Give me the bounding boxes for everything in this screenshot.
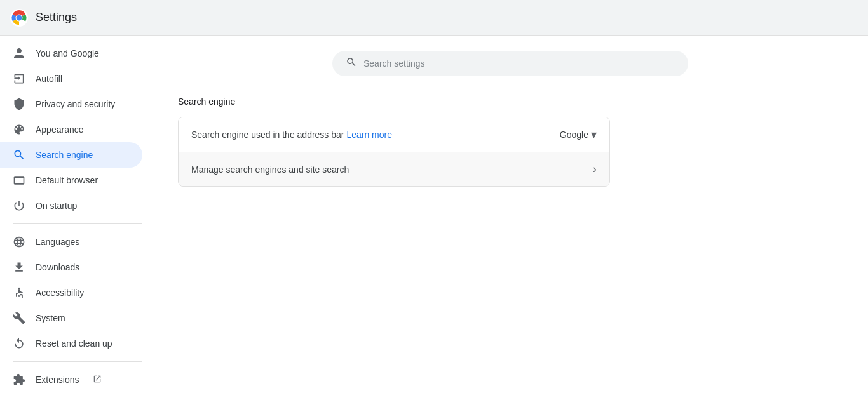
- sidebar-label-you-and-google: You and Google: [36, 48, 99, 58]
- sidebar: You and Google Autofill Privacy and secu…: [0, 36, 153, 393]
- search-engine-value: Google: [560, 130, 588, 140]
- palette-icon: [13, 123, 25, 136]
- sidebar-item-reset-and-clean[interactable]: Reset and clean up: [0, 331, 142, 356]
- chevron-right-icon: ›: [593, 163, 597, 176]
- sidebar-item-default-browser[interactable]: Default browser: [0, 168, 142, 193]
- sidebar-label-search-engine: Search engine: [36, 150, 93, 160]
- search-icon: [346, 57, 357, 70]
- page-title: Settings: [36, 11, 77, 24]
- search-engine-dropdown[interactable]: Google ▾: [560, 128, 597, 142]
- sidebar-label-reset-clean: Reset and clean up: [36, 338, 112, 349]
- sidebar-label-autofill: Autofill: [36, 74, 62, 84]
- search-nav-icon: [13, 149, 25, 161]
- search-bar-container: [178, 51, 843, 76]
- search-engine-card: Search engine used in the address bar Le…: [178, 117, 610, 187]
- sidebar-label-downloads: Downloads: [36, 262, 79, 272]
- sidebar-label-privacy: Privacy and security: [36, 99, 115, 109]
- dropdown-arrow-icon: ▾: [591, 128, 597, 142]
- manage-search-engines-row[interactable]: Manage search engines and site search ›: [179, 152, 609, 186]
- sidebar-item-system[interactable]: System: [0, 305, 142, 331]
- puzzle-icon: [13, 373, 25, 386]
- svg-point-2: [17, 15, 22, 20]
- main-layout: You and Google Autofill Privacy and secu…: [0, 36, 868, 393]
- sidebar-label-system: System: [36, 313, 65, 323]
- sidebar-label-appearance: Appearance: [36, 124, 84, 135]
- external-link-icon: [93, 375, 102, 385]
- sidebar-divider-2: [13, 361, 142, 362]
- top-bar: Settings: [0, 0, 868, 36]
- sidebar-item-languages[interactable]: Languages: [0, 229, 142, 255]
- sidebar-divider-1: [13, 223, 142, 224]
- power-icon: [13, 199, 25, 212]
- sidebar-item-accessibility[interactable]: Accessibility: [0, 280, 142, 305]
- globe-icon: [13, 236, 25, 248]
- sidebar-item-privacy-and-security[interactable]: Privacy and security: [0, 91, 142, 117]
- sidebar-label-languages: Languages: [36, 237, 79, 247]
- search-bar[interactable]: [332, 51, 688, 76]
- chrome-logo-icon: [10, 9, 28, 27]
- sidebar-item-you-and-google[interactable]: You and Google: [0, 41, 142, 66]
- search-engine-label-area: Search engine used in the address bar Le…: [191, 130, 392, 140]
- browser-icon: [13, 174, 25, 187]
- sidebar-item-search-engine[interactable]: Search engine: [0, 142, 142, 168]
- sidebar-item-on-startup[interactable]: On startup: [0, 193, 142, 218]
- sidebar-item-downloads[interactable]: Downloads: [0, 255, 142, 280]
- svg-point-3: [18, 288, 20, 290]
- sidebar-item-autofill[interactable]: Autofill: [0, 66, 142, 91]
- wrench-icon: [13, 312, 25, 324]
- search-input[interactable]: [363, 58, 675, 69]
- address-bar-label: Search engine used in the address bar: [191, 130, 344, 140]
- sidebar-item-appearance[interactable]: Appearance: [0, 117, 142, 142]
- learn-more-link[interactable]: Learn more: [346, 130, 392, 140]
- manage-search-engines-label: Manage search engines and site search: [191, 164, 349, 175]
- sidebar-label-default-browser: Default browser: [36, 175, 98, 185]
- sidebar-label-extensions: Extensions: [36, 375, 79, 385]
- shield-icon: [13, 98, 25, 110]
- sidebar-label-accessibility: Accessibility: [36, 288, 84, 298]
- autofill-icon: [13, 72, 25, 85]
- reset-icon: [13, 337, 25, 350]
- search-engine-row: Search engine used in the address bar Le…: [179, 117, 609, 152]
- sidebar-label-on-startup: On startup: [36, 201, 77, 211]
- sidebar-item-extensions[interactable]: Extensions: [0, 367, 142, 392]
- person-icon: [13, 47, 25, 60]
- accessibility-icon: [13, 286, 25, 299]
- download-icon: [13, 261, 25, 274]
- section-title: Search engine: [178, 97, 843, 107]
- content-area: Search engine Search engine used in the …: [153, 36, 868, 393]
